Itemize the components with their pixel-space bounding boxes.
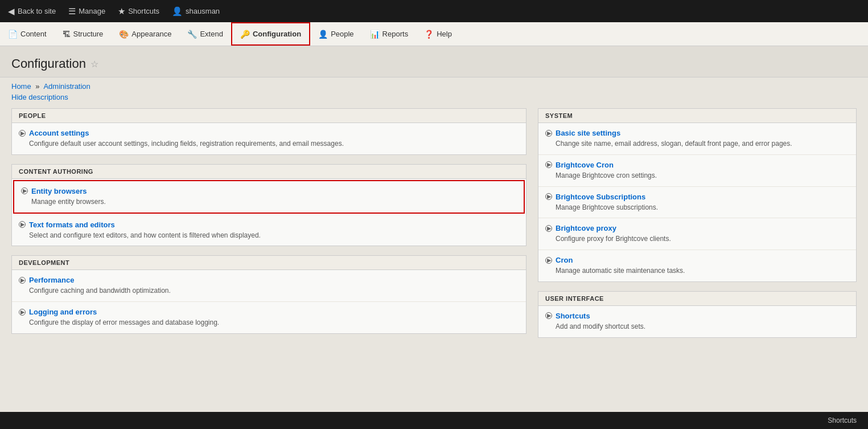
brightcove-subscriptions-desc: Manage Brightcove subscriptions. xyxy=(545,203,849,213)
item-cron: ▶ Cron Manage automatic site maintenance… xyxy=(538,250,856,281)
brightcove-subscriptions-link[interactable]: ▶ Brightcove Subscriptions xyxy=(545,193,849,201)
brightcove-cron-desc: Manage Brightcove cron settings. xyxy=(545,171,849,181)
item-logging-errors: ▶ Logging and errors Configure the displ… xyxy=(12,302,526,333)
content-icon: 📄 xyxy=(8,30,18,39)
cron-desc: Manage automatic site maintenance tasks. xyxy=(545,266,849,276)
star-nav-icon: ★ xyxy=(118,6,125,17)
left-column: PEOPLE ▶ Account settings Configure defa… xyxy=(11,108,526,347)
item-account-settings: ▶ Account settings Configure default use… xyxy=(12,123,526,154)
section-system-header: SYSTEM xyxy=(538,109,856,123)
shortcuts-link[interactable]: ★ Shortcuts xyxy=(112,0,165,22)
logging-errors-desc: Configure the display of error messages … xyxy=(19,318,519,328)
performance-link[interactable]: ▶ Performance xyxy=(19,276,519,284)
nav-structure[interactable]: 🏗 Structure xyxy=(55,22,112,46)
section-user-interface-header: USER INTERFACE xyxy=(538,292,856,306)
right-column: SYSTEM ▶ Basic site settings Change site… xyxy=(538,108,857,347)
arrow-icon: ▶ xyxy=(21,187,28,194)
back-to-site-link[interactable]: ◀ Back to site xyxy=(2,0,61,22)
help-icon: ❓ xyxy=(424,30,434,39)
structure-icon: 🏗 xyxy=(63,30,71,39)
page-header: Configuration ☆ xyxy=(0,46,868,77)
configuration-icon: 🔑 xyxy=(240,30,250,39)
admin-bar: ◀ Back to site ☰ Manage ★ Shortcuts 👤 sh… xyxy=(0,0,868,22)
section-content-authoring-header: CONTENT AUTHORING xyxy=(12,165,526,179)
breadcrumb-admin[interactable]: Administration xyxy=(43,82,90,91)
page-title: Configuration ☆ xyxy=(11,56,857,71)
section-development-header: DEVELOPMENT xyxy=(12,256,526,270)
extend-icon: 🔧 xyxy=(187,30,197,39)
nav-configuration[interactable]: 🔑 Configuration xyxy=(231,22,310,46)
arrow-icon: ▶ xyxy=(545,225,552,232)
nav-appearance[interactable]: 🎨 Appearance xyxy=(111,22,179,46)
bookmark-icon[interactable]: ☆ xyxy=(90,59,98,70)
brightcove-proxy-desc: Configure proxy for Brightcove clients. xyxy=(545,234,849,244)
hide-descriptions-link[interactable]: Hide descriptions xyxy=(11,93,68,101)
nav-reports[interactable]: 📊 Reports xyxy=(362,22,417,46)
main-content: PEOPLE ▶ Account settings Configure defa… xyxy=(0,108,868,358)
basic-site-settings-desc: Change site name, email address, slogan,… xyxy=(545,139,849,149)
arrow-icon: ▶ xyxy=(545,257,552,264)
arrow-icon: ▶ xyxy=(545,161,552,168)
nav-people[interactable]: 👤 People xyxy=(310,22,361,46)
manage-icon: ☰ xyxy=(68,6,76,17)
reports-icon: 📊 xyxy=(370,30,380,39)
basic-site-settings-link[interactable]: ▶ Basic site settings xyxy=(545,129,849,137)
arrow-icon: ▶ xyxy=(19,277,26,284)
item-performance: ▶ Performance Configure caching and band… xyxy=(12,270,526,302)
account-settings-desc: Configure default user account settings,… xyxy=(19,139,519,149)
manage-link[interactable]: ☰ Manage xyxy=(63,0,111,22)
nav-content[interactable]: 📄 Content xyxy=(0,22,55,46)
breadcrumb-home[interactable]: Home xyxy=(11,82,31,91)
item-basic-site-settings: ▶ Basic site settings Change site name, … xyxy=(538,123,856,155)
hide-descriptions-container: Hide descriptions xyxy=(0,91,868,108)
item-brightcove-cron: ▶ Brightcove Cron Manage Brightcove cron… xyxy=(538,155,856,187)
item-entity-browsers: ▶ Entity browsers Manage entity browsers… xyxy=(13,180,525,214)
arrow-icon: ▶ xyxy=(19,221,26,228)
section-people-header: PEOPLE xyxy=(12,109,526,123)
shortcuts-settings-link[interactable]: ▶ Shortcuts xyxy=(545,312,849,320)
brightcove-proxy-link[interactable]: ▶ Brightcove proxy xyxy=(545,224,849,232)
user-icon: 👤 xyxy=(172,6,183,17)
shortcuts-desc: Add and modify shortcut sets. xyxy=(545,322,849,332)
logging-errors-link[interactable]: ▶ Logging and errors xyxy=(19,308,519,316)
breadcrumb: Home » Administration xyxy=(0,77,868,91)
item-brightcove-proxy: ▶ Brightcove proxy Configure proxy for B… xyxy=(538,218,856,250)
entity-browsers-link[interactable]: ▶ Entity browsers xyxy=(21,187,517,195)
people-icon: 👤 xyxy=(318,30,328,39)
appearance-icon: 🎨 xyxy=(119,30,129,39)
item-text-formats: ▶ Text formats and editors Select and co… xyxy=(12,215,526,246)
nav-extend[interactable]: 🔧 Extend xyxy=(179,22,231,46)
section-content-authoring: CONTENT AUTHORING ▶ Entity browsers Mana… xyxy=(11,164,526,247)
arrow-icon: ▶ xyxy=(545,312,552,319)
text-formats-link[interactable]: ▶ Text formats and editors xyxy=(19,220,519,229)
performance-desc: Configure caching and bandwidth optimiza… xyxy=(19,286,519,296)
text-formats-desc: Select and configure text editors, and h… xyxy=(19,231,519,240)
brightcove-cron-link[interactable]: ▶ Brightcove Cron xyxy=(545,161,849,169)
arrow-icon: ▶ xyxy=(19,130,26,137)
section-system: SYSTEM ▶ Basic site settings Change site… xyxy=(538,108,857,282)
section-people: PEOPLE ▶ Account settings Configure defa… xyxy=(11,108,526,155)
nav-help[interactable]: ❓ Help xyxy=(416,22,460,46)
secondary-nav: 📄 Content 🏗 Structure 🎨 Appearance 🔧 Ext… xyxy=(0,22,868,46)
entity-browsers-desc: Manage entity browsers. xyxy=(21,197,517,207)
item-shortcuts: ▶ Shortcuts Add and modify shortcut sets… xyxy=(538,306,856,337)
arrow-icon: ▶ xyxy=(545,130,552,137)
back-icon: ◀ xyxy=(8,6,15,17)
section-user-interface: USER INTERFACE ▶ Shortcuts Add and modif… xyxy=(538,291,857,338)
item-brightcove-subscriptions: ▶ Brightcove Subscriptions Manage Bright… xyxy=(538,187,856,219)
arrow-icon: ▶ xyxy=(545,193,552,200)
account-settings-link[interactable]: ▶ Account settings xyxy=(19,129,519,137)
cron-link[interactable]: ▶ Cron xyxy=(545,256,849,264)
user-link[interactable]: 👤 shausman xyxy=(166,0,225,22)
section-development: DEVELOPMENT ▶ Performance Configure cach… xyxy=(11,255,526,334)
arrow-icon: ▶ xyxy=(19,309,26,316)
